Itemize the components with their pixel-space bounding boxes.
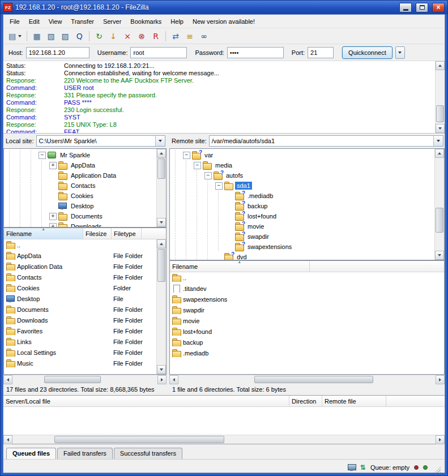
- tree-item-downloads[interactable]: Downloads: [4, 221, 156, 227]
- column-header-filetype[interactable]: Filetype: [112, 228, 142, 239]
- file-row-lost-found[interactable]: lost+found: [170, 326, 444, 337]
- file-row-contacts[interactable]: ContactsFile Folder: [4, 272, 156, 282]
- quickconnect-button[interactable]: Quickconnect: [342, 46, 392, 59]
- menu-item-edit[interactable]: Edit: [24, 16, 44, 27]
- file-row-documents[interactable]: DocumentsFile Folder: [4, 304, 156, 315]
- scroll-up-button[interactable]: [157, 149, 166, 158]
- site-manager-button[interactable]: ▤: [6, 30, 24, 42]
- file-row-swapextensions[interactable]: swapextensions: [170, 294, 444, 305]
- scroll-down-button[interactable]: [436, 124, 445, 133]
- file-row-movie[interactable]: movie: [170, 315, 444, 326]
- tree-item-autofs[interactable]: ?autofs: [170, 170, 434, 181]
- maximize-button[interactable]: [416, 3, 428, 12]
- scroll-up-button[interactable]: [157, 239, 166, 248]
- expander-plus-icon[interactable]: [47, 211, 58, 221]
- host-input[interactable]: [26, 47, 89, 58]
- file-row-appdata[interactable]: AppDataFile Folder: [4, 250, 156, 261]
- queue-horizontal-scrollbar[interactable]: [3, 435, 445, 444]
- log-scrollbar[interactable]: [435, 61, 445, 133]
- remote-horizontal-scrollbar[interactable]: [169, 375, 445, 384]
- scroll-thumb[interactable]: [54, 436, 224, 443]
- quickconnect-dropdown-button[interactable]: [395, 46, 405, 59]
- file-row-links[interactable]: LinksFile Folder: [4, 336, 156, 347]
- expander-minus-icon[interactable]: [213, 181, 224, 191]
- scroll-right-button[interactable]: [157, 375, 167, 384]
- scroll-thumb[interactable]: [157, 249, 165, 282]
- file-row-mediadb[interactable]: .mediadb: [170, 348, 444, 358]
- menu-item-new-version-available[interactable]: New version available!: [188, 16, 259, 27]
- menu-item-file[interactable]: File: [5, 16, 24, 27]
- column-header-direction[interactable]: Direction: [289, 396, 322, 406]
- tree-item-desktop[interactable]: Desktop: [4, 201, 156, 211]
- speed-limits-icon[interactable]: ⇅: [360, 464, 366, 471]
- tree-item-mr-sparkle[interactable]: Mr Sparkle: [4, 150, 156, 160]
- column-header-filename[interactable]: Filename: [170, 261, 310, 272]
- file-row-favorites[interactable]: FavoritesFile Folder: [4, 325, 156, 336]
- tab-queued-files[interactable]: Queued files: [6, 448, 56, 459]
- tree-item-mediadb[interactable]: ?.mediadb: [170, 191, 434, 201]
- menu-item-bookmarks[interactable]: Bookmarks: [126, 16, 166, 27]
- computer-icon[interactable]: [348, 464, 356, 471]
- username-input[interactable]: [130, 47, 187, 58]
- file-row-local-settings[interactable]: Local SettingsFile Folder: [4, 347, 156, 358]
- scroll-up-button[interactable]: [435, 149, 444, 158]
- scroll-thumb[interactable]: [436, 208, 443, 233]
- column-header-filename[interactable]: Filename: [4, 228, 83, 239]
- local-site-combobox[interactable]: C:\Users\Mr Sparkle\: [36, 135, 165, 147]
- file-row-music[interactable]: MusicFile Folder: [4, 358, 156, 368]
- column-header-server-local-file[interactable]: Server/Local file: [3, 396, 289, 406]
- file-row-item[interactable]: ..: [4, 239, 156, 250]
- expander-minus-icon[interactable]: [202, 170, 213, 181]
- column-header-filesize[interactable]: Filesize: [83, 228, 112, 239]
- file-row-backup[interactable]: backup: [170, 337, 444, 348]
- title-bar[interactable]: 192.168.1.20 - root@192.168.1.20 - FileZ…: [1, 1, 447, 14]
- local-tree-scrollbar[interactable]: [156, 149, 166, 227]
- expander-minus-icon[interactable]: [191, 160, 202, 170]
- toggle-message-log-button[interactable]: ▦: [30, 30, 44, 42]
- disconnect-button[interactable]: ⊗: [135, 30, 148, 42]
- local-horizontal-scrollbar[interactable]: [3, 375, 167, 384]
- tree-item-backup[interactable]: ?backup: [170, 201, 434, 211]
- scroll-right-button[interactable]: [436, 375, 445, 384]
- tree-item-cookies[interactable]: Cookies: [4, 191, 156, 201]
- local-list-scrollbar[interactable]: [156, 239, 166, 374]
- compare-directories-button[interactable]: ⇄: [169, 30, 182, 42]
- tree-item-swapdir[interactable]: ?swapdir: [170, 231, 434, 242]
- reconnect-button[interactable]: R: [149, 30, 163, 42]
- tree-item-dvd[interactable]: ?dvd: [170, 252, 434, 260]
- resize-grip[interactable]: [432, 466, 441, 473]
- scroll-thumb[interactable]: [436, 105, 444, 122]
- tree-item-lost-found[interactable]: ?lost+found: [170, 211, 434, 221]
- scroll-thumb[interactable]: [254, 376, 373, 383]
- tab-failed-transfers[interactable]: Failed transfers: [57, 448, 113, 459]
- file-row-application-data[interactable]: Application DataFile Folder: [4, 261, 156, 272]
- menu-item-server[interactable]: Server: [99, 16, 126, 27]
- remote-tree-scrollbar[interactable]: [434, 149, 444, 260]
- menu-item-transfer[interactable]: Transfer: [66, 16, 99, 27]
- remote-site-dropdown-button[interactable]: [433, 136, 443, 146]
- menu-item-view[interactable]: View: [44, 16, 67, 27]
- file-row-item[interactable]: ..: [170, 272, 444, 283]
- tree-item-contacts[interactable]: Contacts: [4, 181, 156, 191]
- file-row-titandev[interactable]: .titandev: [170, 283, 444, 294]
- scroll-left-button[interactable]: [3, 435, 12, 444]
- password-input[interactable]: [227, 47, 284, 58]
- file-row-cookies[interactable]: CookiesFolder: [4, 282, 156, 293]
- tree-item-application-data[interactable]: Application Data: [4, 170, 156, 181]
- synchronized-browsing-button[interactable]: ≡: [183, 30, 197, 42]
- scroll-right-button[interactable]: [436, 435, 445, 444]
- port-input[interactable]: [308, 47, 334, 58]
- menu-item-help[interactable]: Help: [166, 16, 188, 27]
- file-row-desktop[interactable]: DesktopFile: [4, 293, 156, 304]
- toggle-queue-button[interactable]: Q: [72, 30, 86, 42]
- tree-item-movie[interactable]: ?movie: [170, 221, 434, 231]
- expander-minus-icon[interactable]: [36, 150, 47, 160]
- expander-plus-icon[interactable]: [47, 160, 58, 170]
- toggle-local-tree-button[interactable]: ▧: [44, 30, 58, 42]
- remote-site-combobox[interactable]: /var/media/autofs/sda1: [209, 135, 443, 147]
- expander-minus-icon[interactable]: [181, 150, 191, 160]
- scroll-down-button[interactable]: [157, 218, 166, 227]
- scroll-left-button[interactable]: [169, 375, 178, 384]
- queue-list[interactable]: [3, 407, 445, 435]
- close-button[interactable]: [432, 3, 445, 12]
